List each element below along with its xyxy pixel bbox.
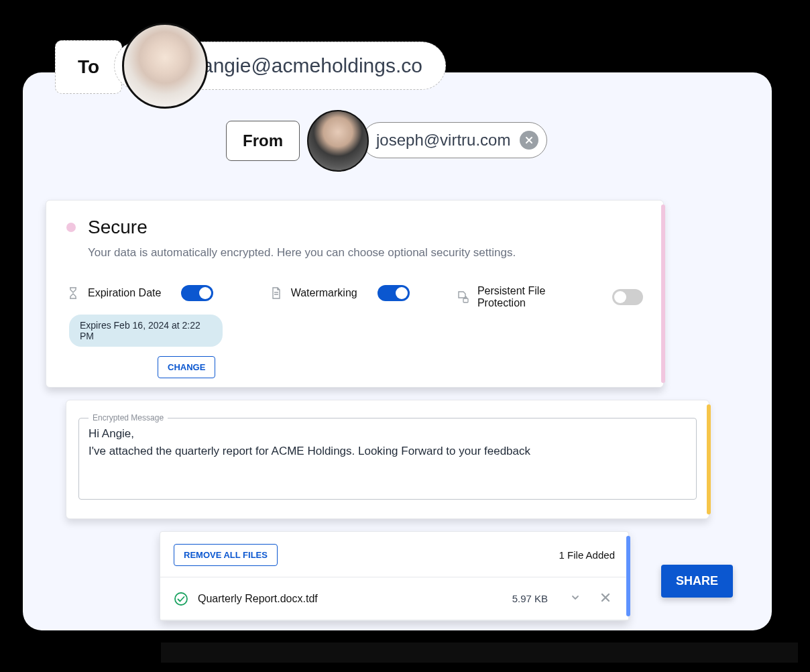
from-label: From <box>243 131 283 150</box>
secure-settings-card: Secure Your data is automatically encryp… <box>46 200 664 388</box>
encrypted-message-field[interactable]: Encrypted Message Hi Angie, I've attache… <box>78 418 697 500</box>
svg-point-1 <box>175 593 187 605</box>
secure-indicator-dot <box>66 223 76 232</box>
expiration-label: Expiration Date <box>88 287 161 299</box>
secure-description: Your data is automatically encrypted. He… <box>88 246 643 260</box>
chevron-down-icon[interactable] <box>564 590 587 608</box>
remove-from-icon[interactable] <box>520 131 538 150</box>
from-sender-chip[interactable]: joseph@virtru.com <box>362 122 547 158</box>
file-size: 5.97 KB <box>512 593 548 604</box>
bottom-shadow <box>161 642 798 663</box>
encrypted-message-card: Encrypted Message Hi Angie, I've attache… <box>66 400 709 519</box>
change-expiration-button[interactable]: CHANGE <box>158 356 215 378</box>
svg-rect-0 <box>463 298 468 302</box>
file-name: Quarterly Report.docx.tdf <box>198 593 503 605</box>
encrypted-message-legend: Encrypted Message <box>89 412 168 425</box>
to-email: angie@acmeholdings.co <box>202 54 422 77</box>
message-body: Hi Angie, I've attached the quarterly re… <box>89 425 687 461</box>
pfp-label: Persistent File Protection <box>477 285 592 309</box>
check-circle-icon <box>174 592 188 606</box>
files-card: REMOVE ALL FILES 1 File Added Quarterly … <box>160 531 629 621</box>
files-count: 1 File Added <box>559 549 615 561</box>
secure-title: Secure <box>88 217 148 238</box>
watermarking-label: Watermarking <box>291 287 357 299</box>
expiration-toggle[interactable] <box>181 285 213 301</box>
from-email: joseph@virtru.com <box>376 131 510 150</box>
share-button[interactable]: SHARE <box>661 565 733 598</box>
file-lock-icon <box>457 290 469 304</box>
from-label-box: From <box>226 121 300 161</box>
to-avatar <box>122 23 208 109</box>
remove-file-icon[interactable] <box>596 588 615 609</box>
to-label-box: To <box>55 40 122 94</box>
hourglass-icon <box>66 286 80 300</box>
watermarking-toggle[interactable] <box>378 285 410 301</box>
remove-all-files-button[interactable]: REMOVE ALL FILES <box>174 544 278 566</box>
to-label: To <box>78 56 99 78</box>
from-avatar <box>307 110 369 172</box>
document-icon <box>270 286 283 300</box>
pfp-toggle[interactable] <box>612 289 643 305</box>
expiration-chip: Expires Feb 16, 2024 at 2:22 PM <box>69 315 223 347</box>
file-row: Quarterly Report.docx.tdf 5.97 KB <box>160 577 628 620</box>
